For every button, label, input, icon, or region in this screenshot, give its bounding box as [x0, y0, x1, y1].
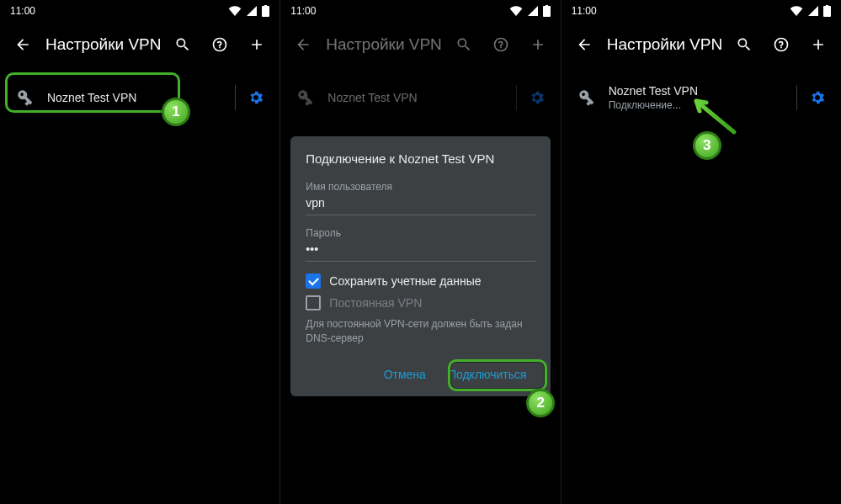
step-marker-3: 3 [693, 131, 721, 160]
vpn-key-icon [10, 88, 40, 107]
vpn-settings-button[interactable] [804, 84, 831, 111]
dialog-title: Подключение к Noznet Test VPN [306, 151, 535, 166]
page-title: Настройки VPN [40, 35, 165, 54]
add-button[interactable] [801, 27, 836, 62]
vpn-profile-row[interactable]: Noznet Test VPN [284, 76, 556, 119]
permanent-vpn-checkbox: Постоянная VPN [306, 295, 535, 310]
vpn-profile-row[interactable]: Noznet Test VPN Подключение... [565, 76, 838, 119]
checkbox-off-icon [306, 295, 321, 310]
battery-icon [823, 5, 831, 17]
battery-icon [543, 5, 551, 17]
save-credentials-label: Сохранить учетные данные [329, 274, 481, 288]
search-button[interactable] [165, 27, 200, 62]
connect-button[interactable]: Подключиться [439, 361, 535, 388]
password-label: Пароль [306, 227, 535, 239]
app-bar: Настройки VPN [0, 22, 279, 67]
status-bar: 11:00 [0, 0, 279, 22]
signal-icon [808, 6, 818, 16]
wifi-icon [790, 6, 803, 16]
vpn-name-label: Noznet Test VPN [609, 84, 790, 98]
status-bar: 11:00 [280, 0, 560, 22]
vpn-status-label: Подключение... [609, 99, 790, 111]
dns-note: Для постоянной VPN-сети должен быть зада… [306, 317, 535, 346]
checkbox-on-icon [306, 273, 321, 289]
help-button[interactable] [483, 27, 519, 62]
phone-2: 11:00 Настройки VPN Noznet Test VPN [279, 0, 560, 504]
wifi-icon [228, 6, 242, 16]
vpn-settings-button[interactable] [242, 84, 269, 111]
back-button[interactable] [5, 27, 40, 62]
back-button[interactable] [285, 27, 321, 62]
search-button[interactable] [446, 27, 482, 62]
username-label: Имя пользователя [306, 181, 535, 193]
help-button[interactable] [202, 27, 237, 62]
password-input[interactable]: ••• [306, 242, 535, 262]
phone-1: 11:00 Настройки VPN Noznet Test VPN [0, 0, 279, 504]
vpn-profile-row[interactable]: Noznet Test VPN [3, 76, 276, 119]
add-button[interactable] [239, 27, 274, 62]
app-bar: Настройки VPN [280, 22, 560, 67]
status-time: 11:00 [290, 5, 316, 17]
permanent-vpn-label: Постоянная VPN [329, 296, 422, 310]
status-bar: 11:00 [562, 0, 841, 22]
cancel-button[interactable]: Отмена [375, 361, 434, 388]
wifi-icon [509, 6, 523, 16]
username-input[interactable]: vpn [306, 196, 535, 215]
help-button[interactable] [764, 27, 799, 62]
save-credentials-checkbox[interactable]: Сохранить учетные данные [306, 273, 535, 289]
phone-3: 11:00 Настройки VPN Noznet Test VPN Подк [561, 0, 841, 504]
signal-icon [247, 6, 257, 16]
app-bar: Настройки VPN [562, 22, 841, 67]
vpn-name-label: Noznet Test VPN [327, 91, 508, 104]
divider [235, 85, 236, 110]
search-button[interactable] [727, 27, 762, 62]
signal-icon [528, 6, 538, 16]
page-title: Настройки VPN [321, 35, 445, 54]
page-title: Настройки VPN [602, 35, 727, 54]
vpn-connect-dialog: Подключение к Noznet Test VPN Имя пользо… [290, 136, 550, 396]
back-button[interactable] [567, 27, 602, 62]
vpn-settings-button[interactable] [524, 84, 551, 111]
divider [516, 85, 517, 110]
add-button[interactable] [520, 27, 556, 62]
battery-icon [262, 5, 269, 17]
status-time: 11:00 [572, 5, 597, 17]
vpn-key-icon [572, 88, 602, 107]
divider [796, 85, 797, 110]
vpn-name-label: Noznet Test VPN [47, 91, 228, 104]
vpn-key-icon [290, 88, 321, 107]
status-time: 11:00 [10, 5, 35, 17]
